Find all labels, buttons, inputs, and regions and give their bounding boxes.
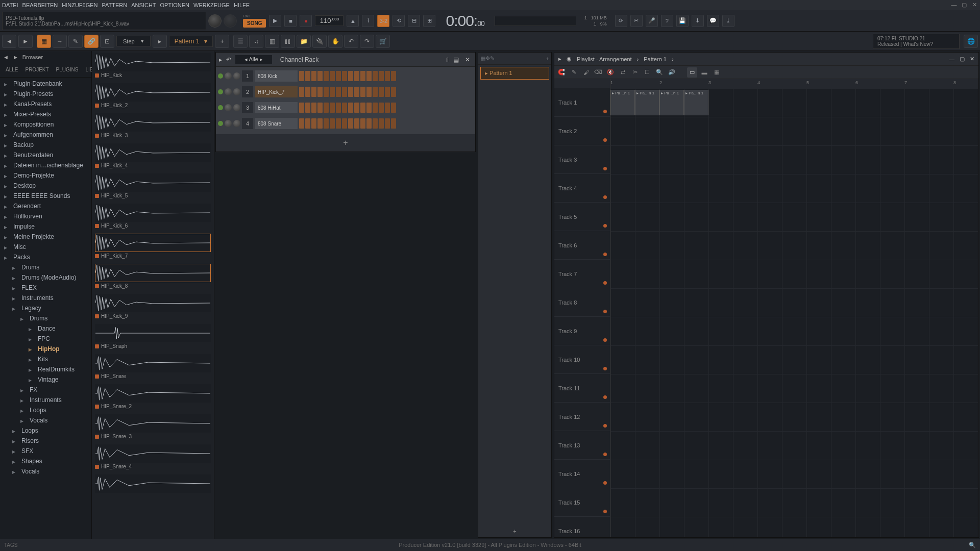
step-button[interactable] [324, 87, 329, 97]
mic-icon[interactable]: 🎤 [646, 15, 658, 27]
track-status-dot[interactable] [603, 167, 607, 170]
pp-move-icon[interactable]: ✥ [485, 55, 490, 62]
sample-item[interactable]: HIP_Snare_3 [95, 414, 211, 439]
tree-item[interactable]: ▸RealDrumkits [0, 364, 91, 374]
track-status-dot[interactable] [603, 224, 607, 228]
browser-back-icon[interactable]: ◄ [3, 54, 9, 60]
step-button[interactable] [342, 103, 347, 113]
step-button[interactable] [305, 103, 310, 113]
step-button[interactable] [391, 118, 396, 129]
tree-item[interactable]: ▸FLEX [0, 283, 91, 293]
tree-item[interactable]: ▸Desktop [0, 181, 91, 191]
tree-item[interactable]: ▸Benutzerdaten [0, 150, 91, 160]
nav-back-icon[interactable]: ◄ [2, 35, 16, 48]
tree-item[interactable]: ▸Plugin-Datenbank [0, 79, 91, 89]
channel-pan-knob[interactable] [225, 88, 232, 95]
tree-item[interactable]: ▸FX [0, 385, 91, 395]
channel-pan-knob[interactable] [225, 104, 232, 111]
track-header[interactable]: Track 3 [554, 145, 610, 174]
track-header[interactable]: Track 14 [554, 460, 610, 488]
tree-item[interactable]: ▸Plugin-Presets [0, 89, 91, 99]
step-button[interactable] [360, 71, 365, 81]
pl-select-icon[interactable]: ☐ [642, 67, 652, 78]
track-header[interactable]: Track 11 [554, 374, 610, 403]
track-header[interactable]: Track 9 [554, 317, 610, 345]
pattern-selector[interactable]: Pattern 1▾ [169, 36, 213, 47]
cr-undo-icon[interactable]: ↶ [226, 56, 231, 63]
track-status-dot[interactable] [603, 510, 607, 513]
menu-pattern[interactable]: PATTERN [102, 2, 128, 8]
step-button[interactable] [360, 103, 365, 113]
render-icon[interactable]: ⬇ [692, 15, 704, 27]
menu-bearbeiten[interactable]: BEARBEITEN [22, 2, 58, 8]
pl-close-icon[interactable]: ✕ [970, 56, 974, 62]
step-button[interactable] [373, 103, 378, 113]
step-button[interactable] [305, 118, 310, 129]
step-button[interactable] [330, 103, 335, 113]
track-header[interactable]: Track 15 [554, 488, 610, 517]
step-button[interactable] [330, 71, 335, 81]
tree-item[interactable]: ▸Shapes [0, 456, 91, 466]
main-pitch-knob[interactable] [224, 14, 237, 28]
track-status-dot[interactable] [603, 395, 607, 399]
pl-zoom-icon[interactable]: 🔍 [654, 67, 665, 78]
tree-item[interactable]: ▸Instruments [0, 293, 91, 303]
tree-item[interactable]: ▸Vintage [0, 374, 91, 385]
tempo-tap-icon[interactable]: ✋ [328, 35, 342, 48]
step-button[interactable] [311, 87, 316, 97]
track-status-dot[interactable] [603, 338, 607, 342]
channel-vol-knob[interactable] [233, 72, 240, 80]
sample-item[interactable]: HIP_Kick [95, 53, 211, 78]
stamp-icon[interactable]: ⊡ [100, 35, 114, 48]
channel-mute-led[interactable] [218, 73, 223, 79]
menu-optionen[interactable]: OPTIONEN [160, 2, 189, 8]
sample-item[interactable]: HIP_Kick_9 [95, 294, 211, 319]
snap-selector[interactable]: Step▾ [116, 36, 151, 46]
track-status-dot[interactable] [603, 195, 607, 199]
shop-icon[interactable]: 🛒 [376, 35, 390, 48]
track-status-dot[interactable] [603, 110, 607, 113]
sample-item[interactable] [95, 474, 211, 493]
step-button[interactable] [311, 71, 316, 81]
track-header[interactable]: Track 2 [554, 117, 610, 145]
sample-item[interactable]: HIP_Snare_4 [95, 444, 211, 469]
pl-min-icon[interactable]: — [949, 56, 954, 62]
cr-graph-icon[interactable]: ⫿ [446, 56, 449, 63]
tree-item[interactable]: ▸Gerendert [0, 201, 91, 211]
overdub-icon[interactable]: ⟲ [393, 15, 405, 27]
tree-item[interactable]: ▸Dateien in…ischenablage [0, 160, 91, 170]
tab-projekt[interactable]: PROJEKT [21, 65, 52, 75]
wait-input-icon[interactable]: ⌇ [362, 15, 374, 27]
view-playlist-icon[interactable]: ☰ [233, 35, 248, 48]
pp-add-icon[interactable]: + [546, 56, 549, 62]
song-mode-button[interactable]: SONG [243, 19, 266, 28]
stop-button[interactable]: ■ [284, 15, 297, 27]
track-header[interactable]: Track 4 [554, 174, 610, 203]
tree-item[interactable]: ▸FPC [0, 334, 91, 344]
step-button[interactable] [342, 87, 347, 97]
track-header[interactable]: Track 6 [554, 231, 610, 260]
pencil-icon[interactable]: ✎ [68, 35, 83, 48]
pl-marker-icon[interactable]: ◉ [567, 56, 572, 62]
pattern-item[interactable]: ▸ Pattern 1 [480, 67, 549, 80]
view-pianoroll-icon[interactable]: ♫ [249, 35, 263, 48]
record-button[interactable]: ● [300, 15, 312, 27]
step-button[interactable] [324, 71, 329, 81]
tree-item[interactable]: ▸Loops [0, 425, 91, 436]
pl-brush-icon[interactable]: 🖌 [581, 67, 591, 78]
menu-hilfe[interactable]: HILFE [234, 2, 250, 8]
maximize-icon[interactable]: ▢ [961, 1, 968, 8]
channel-mute-led[interactable] [218, 121, 223, 126]
channel-vol-knob[interactable] [233, 104, 240, 111]
tree-item[interactable]: ▸Vocals [0, 466, 91, 477]
tab-alle[interactable]: ALLE [2, 65, 21, 75]
pl-view1-icon[interactable]: ▭ [687, 67, 697, 78]
tree-item[interactable]: ▸Kompositionen [0, 119, 91, 130]
track-header[interactable]: Track 7 [554, 260, 610, 288]
step-button[interactable] [305, 71, 310, 81]
step-button[interactable] [317, 71, 323, 81]
cr-filter-selector[interactable]: ◂ Alle ▸ [235, 55, 272, 64]
track-header[interactable]: Track 10 [554, 345, 610, 374]
track-status-dot[interactable] [603, 481, 607, 485]
help-icon[interactable]: ? [661, 15, 673, 27]
